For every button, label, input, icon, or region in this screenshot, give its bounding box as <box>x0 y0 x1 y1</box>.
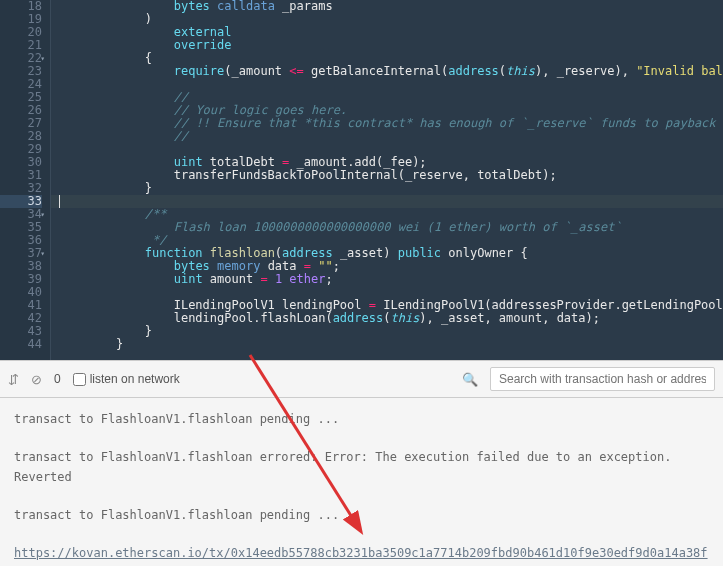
code-line[interactable]: } <box>87 338 723 351</box>
cursor-indicator <box>59 195 60 208</box>
console-line: transact to FlashloanV1.flashloan pendin… <box>14 506 709 525</box>
code-line[interactable]: override <box>87 39 723 52</box>
pending-count: 0 <box>54 372 61 386</box>
code-editor[interactable]: 1819202122▾232425262728293031323334▾3536… <box>0 0 723 360</box>
line-number-gutter: 1819202122▾232425262728293031323334▾3536… <box>0 0 50 360</box>
code-line[interactable]: require(_amount <= getBalanceInternal(ad… <box>87 65 723 78</box>
code-line[interactable]: bytes calldata _params <box>87 0 723 13</box>
search-icon[interactable]: 🔍 <box>462 372 478 387</box>
code-area[interactable]: bytes calldata _params ) external overri… <box>50 0 723 360</box>
transactions-panel-bar: ⇵ ⊘ 0 listen on network 🔍 <box>0 360 723 398</box>
console-output[interactable]: transact to FlashloanV1.flashloan pendin… <box>0 398 723 566</box>
expand-icon[interactable]: ⇵ <box>8 372 19 387</box>
code-line[interactable]: // <box>87 130 723 143</box>
block-icon[interactable]: ⊘ <box>31 372 42 387</box>
console-line: transact to FlashloanV1.flashloan pendin… <box>14 410 709 429</box>
code-line[interactable] <box>87 195 723 208</box>
code-line[interactable]: } <box>87 182 723 195</box>
tx-search-input[interactable] <box>490 367 715 391</box>
code-line[interactable]: uint amount = 1 ether; <box>87 273 723 286</box>
console-line <box>14 429 709 448</box>
etherscan-link[interactable]: https://kovan.etherscan.io/tx/0x14eedb55… <box>14 546 708 560</box>
line-number: 44 <box>0 338 42 351</box>
console-line <box>14 525 709 544</box>
console-line <box>14 487 709 506</box>
console-line: transact to FlashloanV1.flashloan errore… <box>14 448 709 486</box>
code-line[interactable]: transferFundsBackToPoolInternal(_reserve… <box>87 169 723 182</box>
code-line[interactable]: } <box>87 325 723 338</box>
code-line[interactable]: lendingPool.flashLoan(address(this), _as… <box>87 312 723 325</box>
listen-network-checkbox[interactable] <box>73 373 86 386</box>
listen-network-label: listen on network <box>90 372 180 386</box>
listen-network-toggle[interactable]: listen on network <box>73 372 180 386</box>
code-line[interactable]: Flash loan 1000000000000000000 wei (1 et… <box>87 221 723 234</box>
